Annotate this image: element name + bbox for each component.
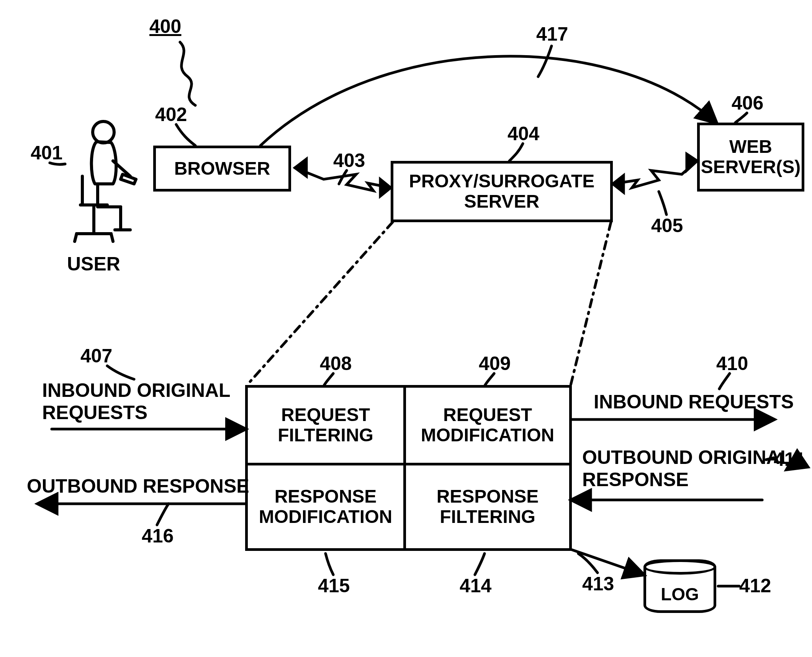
inbound-original-label: INBOUND ORIGINAL REQUESTS <box>42 379 231 424</box>
ref-406: 406 <box>732 92 763 114</box>
connector-overlay <box>0 0 812 657</box>
ref-404: 404 <box>508 123 539 145</box>
user-icon <box>54 119 138 245</box>
proxy-box: PROXY/SURROGATE SERVER <box>391 161 613 222</box>
request-filtering-label: REQUEST FILTERING <box>252 405 399 446</box>
ref-416: 416 <box>142 525 174 547</box>
response-modification-box: RESPONSE MODIFICATION <box>245 463 406 551</box>
outbound-response-label: OUTBOUND RESPONSE <box>27 475 249 497</box>
request-modification-label: REQUEST MODIFICATION <box>410 405 565 446</box>
diagram-stage: 400 <box>0 0 812 657</box>
ref-402: 402 <box>155 103 187 126</box>
ref-410: 410 <box>716 352 748 375</box>
user-label: USER <box>67 253 120 275</box>
figure-ref-400: 400 <box>149 15 181 38</box>
response-filtering-label: RESPONSE FILTERING <box>410 487 565 527</box>
svg-point-0 <box>93 121 114 143</box>
ref-413: 413 <box>582 573 614 595</box>
browser-label: BROWSER <box>174 159 270 179</box>
request-modification-box: REQUEST MODIFICATION <box>403 385 572 465</box>
ref-401: 401 <box>31 142 62 164</box>
ref-411: 411 <box>774 448 805 470</box>
response-filtering-box: RESPONSE FILTERING <box>403 463 572 551</box>
log-cylinder: LOG <box>643 559 716 613</box>
proxy-label: PROXY/SURROGATE SERVER <box>397 171 606 212</box>
ref-405: 405 <box>651 215 683 237</box>
ref-409: 409 <box>479 352 511 375</box>
ref-407: 407 <box>80 345 112 367</box>
ref-414: 414 <box>460 575 491 597</box>
ref-412: 412 <box>739 575 771 597</box>
response-modification-label: RESPONSE MODIFICATION <box>252 487 399 527</box>
web-box: WEB SERVER(S) <box>697 123 804 192</box>
web-label: WEB SERVER(S) <box>701 137 801 177</box>
browser-box: BROWSER <box>153 146 291 192</box>
ref-408: 408 <box>320 352 352 375</box>
log-label: LOG <box>646 584 714 605</box>
inbound-requests-label: INBOUND REQUESTS <box>594 391 794 413</box>
ref-417: 417 <box>536 23 568 45</box>
ref-403: 403 <box>333 149 365 172</box>
outbound-original-label: OUTBOUND ORIGINAL RESPONSE <box>582 446 792 491</box>
request-filtering-box: REQUEST FILTERING <box>245 385 406 465</box>
ref-415: 415 <box>318 575 350 597</box>
